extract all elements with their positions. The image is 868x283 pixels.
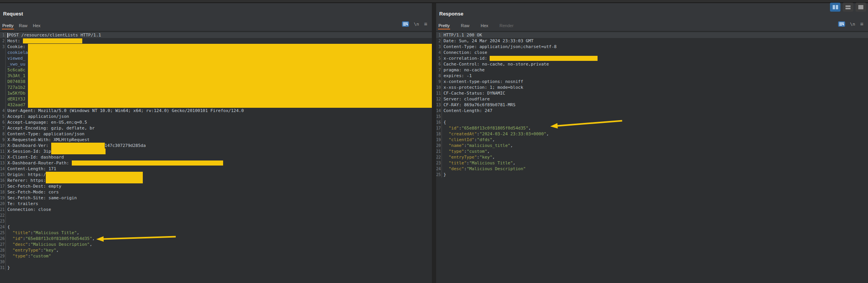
redaction-box <box>28 55 432 61</box>
tab-pretty[interactable]: Pretty <box>2 22 14 29</box>
code-line: 29 "type":"custom" <box>0 253 432 259</box>
code-line: 15Origin: https:/ <box>0 172 432 178</box>
line-number: 23 <box>0 219 5 223</box>
code-line: 22 "entryType":"key", <box>436 154 868 160</box>
line-number: 30 <box>0 260 5 264</box>
code-line: 1HTTP/1.1 200 OK <box>436 32 868 38</box>
top-bar <box>0 0 868 3</box>
code-line: 16{ <box>436 119 868 125</box>
response-panel: Response PrettyRawHexRender \n ≡ 1HTTP/1… <box>436 0 868 283</box>
columns-layout-button[interactable] <box>830 3 840 12</box>
code-line: 5x-correlation-id: <box>436 55 868 61</box>
response-tabs: PrettyRawHexRender <box>438 22 514 29</box>
request-panel-title: Request <box>3 11 23 17</box>
line-number: 31 <box>0 266 5 270</box>
line-number: 22 <box>0 213 5 217</box>
code-line: D074038 <box>0 79 432 85</box>
line-number: 5 <box>0 114 5 119</box>
redaction-box <box>72 160 223 166</box>
code-line: 2Host: <box>0 38 432 44</box>
code-line: 17 "id":"65e88f13c0f81805f0d54d35", <box>436 125 868 131</box>
editor-menu-icon[interactable]: ≡ <box>860 22 863 26</box>
code-line: 23 <box>0 218 432 224</box>
show-newlines-icon[interactable]: \n <box>414 22 419 27</box>
line-number: 21 <box>436 149 442 154</box>
line-number: 1 <box>0 33 5 37</box>
line-number: 23 <box>436 161 442 165</box>
editor-menu-icon[interactable]: ≡ <box>424 22 427 26</box>
code-line: 432aad7 <box>0 102 432 108</box>
code-line: 14Content-Length: 247 <box>436 108 868 114</box>
code-line: 30 <box>0 259 432 265</box>
code-line: 23 "title":"Malicious Title", <box>436 160 868 166</box>
word-wrap-toggle-icon[interactable] <box>838 21 845 27</box>
redaction-box <box>23 38 82 43</box>
response-editor[interactable]: 1HTTP/1.1 200 OK2Date: Sun, 24 Mar 2024 … <box>436 31 868 283</box>
tab-raw[interactable]: Raw <box>19 22 28 29</box>
line-number: 9 <box>0 138 5 142</box>
line-number: 11 <box>0 149 5 154</box>
code-line: 26 "id":"65e88f13c0f81805f0d54d35", <box>0 236 432 242</box>
code-line: 25} <box>436 172 868 178</box>
code-line: 3%3At_1 <box>0 73 432 79</box>
code-line: 10X-Dashboard-Ver: 147c307279d285da <box>0 143 432 148</box>
code-line: 19 "clientId":"dfds", <box>436 137 868 143</box>
code-line: 27 "desc":"Malicious Description", <box>0 242 432 247</box>
line-number: 28 <box>0 248 5 252</box>
line-number: 16 <box>0 178 5 183</box>
code-line: 16Referer: https: <box>0 178 432 183</box>
line-number: 2 <box>0 39 5 43</box>
code-line: 18 "createdAt":"2024-03-24 23:33:03+0000… <box>436 131 868 137</box>
redaction-box <box>28 50 432 55</box>
line-number: 10 <box>436 85 442 90</box>
tab-hex[interactable]: Hex <box>480 22 489 29</box>
rows-layout-button[interactable] <box>843 3 853 12</box>
word-wrap-toggle-icon[interactable] <box>402 21 409 27</box>
single-layout-button[interactable] <box>856 3 866 12</box>
line-number: 20 <box>436 143 442 148</box>
code-line: viewed_ <box>0 55 432 61</box>
code-line: 7Accept-Encoding: gzip, deflate, br <box>0 125 432 131</box>
request-editor[interactable]: 1POST /resources/clientLists HTTP/1.12Ho… <box>0 31 432 283</box>
redaction-box <box>28 90 432 96</box>
code-line: 9x-content-type-options: nosniff <box>436 79 868 85</box>
line-number: 15 <box>0 173 5 177</box>
line-number: 19 <box>0 196 5 200</box>
redaction-box <box>28 61 432 67</box>
redaction-box <box>28 67 432 73</box>
tab-pretty[interactable]: Pretty <box>438 22 450 29</box>
code-line: 19Sec-Fetch-Site: same-origin <box>0 195 432 201</box>
tab-hex[interactable]: Hex <box>33 22 41 29</box>
line-number: 26 <box>0 236 5 241</box>
line-number: 6 <box>0 120 5 124</box>
line-number: 5 <box>436 56 442 60</box>
line-number: 7 <box>436 68 442 72</box>
line-number: 22 <box>436 155 442 159</box>
code-line: 1POST /resources/clientLists HTTP/1.1 <box>0 32 432 38</box>
show-newlines-icon[interactable]: \n <box>850 22 855 27</box>
rows-layout-icon <box>845 5 851 9</box>
line-number: 3 <box>0 45 5 49</box>
code-line: 2Date: Sun, 24 Mar 2024 23:33:03 GMT <box>436 38 868 44</box>
code-line: _vwo_uu <box>0 61 432 67</box>
code-line: 6Cache-Control: no-cache, no-store,priva… <box>436 61 868 67</box>
code-line: 12X-Client-Id: dashboard <box>0 154 432 160</box>
code-line: 8Content-Type: application/json <box>0 131 432 137</box>
redaction-box <box>28 96 432 102</box>
code-line: 11CF-Cache-Status: DYNAMIC <box>436 90 868 96</box>
line-number: 6 <box>436 62 442 66</box>
redaction-box <box>28 85 432 90</box>
line-number: 10 <box>0 143 5 148</box>
code-line: 21 "type":"custom", <box>436 148 868 154</box>
code-line: 15 <box>436 114 868 119</box>
line-number: 7 <box>0 126 5 130</box>
redaction-box <box>51 148 106 154</box>
code-line: 7pragma: no-cache <box>436 67 868 73</box>
panel-divider[interactable] <box>432 0 436 283</box>
code-line: 18Sec-Fetch-Mode: cors <box>0 189 432 195</box>
columns-layout-icon <box>833 5 838 9</box>
line-number: 8 <box>436 74 442 78</box>
tab-raw[interactable]: Raw <box>461 22 470 29</box>
code-line: 8expires: -1 <box>436 73 868 79</box>
code-line: 6Accept-Language: en-US,en;q=0.5 <box>0 119 432 125</box>
